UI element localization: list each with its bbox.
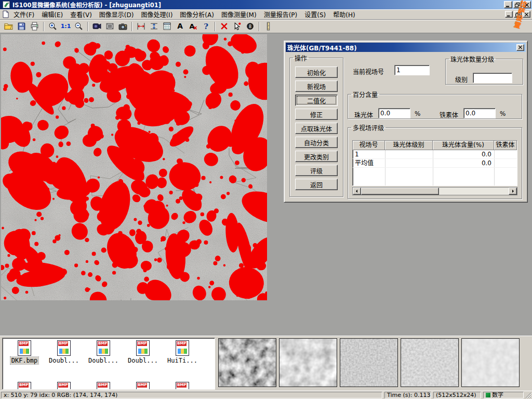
thumbnail-5[interactable]: [461, 338, 520, 387]
file-name: Doubl...: [48, 357, 80, 364]
cell-field: 平均值: [353, 159, 385, 167]
open-folder-icon: [4, 22, 13, 31]
menu-image-analysis[interactable]: 图像分析(A): [176, 9, 218, 20]
cell-content: 0.0: [433, 159, 494, 167]
rate-button[interactable]: 评级: [295, 165, 338, 176]
toolbar-separator: [215, 22, 216, 31]
svg-text:?: ?: [204, 22, 208, 31]
operation-group-label: 操作: [293, 54, 309, 62]
floppy-icon: [17, 22, 26, 31]
film-button[interactable]: [103, 21, 116, 32]
file-item-partial[interactable]: BMP: [123, 382, 163, 390]
thumbnail-3[interactable]: [340, 338, 398, 387]
application-window: IS100显微摄像系统(金相分析版) - [zhuguangti01] 拉萨设置…: [0, 0, 532, 399]
file-item-partial[interactable]: BMP: [163, 382, 202, 390]
new-field-button[interactable]: 新视场: [295, 81, 338, 92]
table-row[interactable]: 平均值 0.0: [353, 159, 517, 168]
menu-report[interactable]: 测量报告(P): [260, 9, 301, 20]
grade-input[interactable]: [473, 73, 512, 83]
zoom-in-button[interactable]: [46, 21, 59, 32]
menu-help[interactable]: 帮助(H): [329, 9, 358, 20]
zoom-out-button[interactable]: [72, 21, 85, 32]
change-class-button[interactable]: 更改类别: [295, 151, 338, 162]
menu-image-display[interactable]: 图像显示(D): [96, 9, 138, 20]
grid-icon: [163, 22, 171, 31]
menu-image-measure[interactable]: 图像测量(M): [218, 9, 260, 20]
pearlite-input[interactable]: [378, 108, 410, 118]
minimize-button[interactable]: [504, 1, 512, 8]
open-button[interactable]: [2, 21, 15, 32]
document-icon: [2, 10, 9, 18]
correct-button[interactable]: 修正: [295, 109, 338, 120]
menu-view[interactable]: 查看(V): [66, 9, 96, 20]
count-button[interactable]: 8: [244, 21, 257, 32]
dialog-title: 珠光体(GB/T9441-88): [287, 43, 357, 52]
actual-size-button[interactable]: 1:1: [59, 21, 72, 32]
ferrite-input[interactable]: [463, 108, 496, 118]
column-header-field[interactable]: 视场号: [353, 141, 385, 150]
menu-edit[interactable]: 编辑(E): [38, 9, 66, 20]
init-button[interactable]: 初始化: [295, 66, 338, 78]
menu-file[interactable]: 文件(F): [10, 9, 38, 20]
current-view-input[interactable]: [394, 65, 430, 75]
pick-pearlite-button[interactable]: 点取珠光体: [295, 123, 338, 134]
scrollbar-thumb[interactable]: [361, 188, 439, 195]
file-item-doubl-3[interactable]: BMP Doubl...: [123, 340, 163, 364]
binarize-button[interactable]: 二值化: [295, 95, 338, 106]
file-item-partial[interactable]: BMP: [44, 382, 84, 390]
bmp-art: [178, 349, 187, 354]
bmp-art: [59, 349, 69, 354]
file-name: HuiTi...: [166, 357, 198, 364]
thumbnail-4[interactable]: [401, 338, 459, 387]
camera-button[interactable]: [116, 21, 129, 32]
column-header-grade[interactable]: 珠光体级别: [385, 141, 433, 150]
scrollbar-track[interactable]: [439, 188, 509, 195]
mdi-minimize-button[interactable]: [505, 11, 513, 18]
file-item-huiti[interactable]: BMP HuiTi...: [163, 340, 202, 364]
scroll-right-button[interactable]: [509, 188, 517, 195]
dialog-close-button[interactable]: [516, 44, 524, 51]
measure-horizontal-button[interactable]: [135, 21, 148, 32]
file-item-partial[interactable]: BMP: [5, 382, 44, 390]
status-mode-panel: 数字: [483, 392, 524, 398]
measure-vertical-button[interactable]: [148, 21, 161, 32]
titlebar[interactable]: IS100显微摄像系统(金相分析版) - [zhuguangti01]: [0, 0, 532, 9]
bmp-art: [99, 349, 108, 354]
column-header-ferrite[interactable]: 铁素体: [494, 141, 517, 150]
dialog-titlebar[interactable]: 珠光体(GB/T9441-88): [286, 43, 526, 52]
auto-classify-button[interactable]: 自动分类: [295, 137, 338, 148]
resize-grip[interactable]: [525, 392, 531, 398]
table-row[interactable]: 1 0.0: [353, 150, 517, 159]
ruler-button[interactable]: [262, 21, 275, 32]
menu-settings[interactable]: 设置(S): [301, 9, 329, 20]
bmp-file-icon: BMP: [57, 340, 71, 356]
scroll-left-button[interactable]: [353, 188, 361, 195]
table-horizontal-scrollbar[interactable]: [352, 187, 517, 195]
menu-image-process[interactable]: 图像处理(I): [137, 9, 176, 20]
delete-text-button[interactable]: A: [187, 21, 200, 32]
return-button[interactable]: 返回: [295, 179, 338, 190]
file-item-dkf[interactable]: BMP DKF.bmp: [5, 340, 44, 364]
pointer-button[interactable]: [231, 21, 244, 32]
file-item-doubl-1[interactable]: BMP Doubl...: [44, 340, 84, 364]
status-mode: 数字: [492, 392, 503, 398]
bmp-tag: BMP: [177, 383, 187, 388]
save-button[interactable]: [15, 21, 28, 32]
thumbnail-1[interactable]: [218, 338, 276, 387]
file-item-doubl-2[interactable]: BMP Doubl...: [84, 340, 123, 364]
scroll-right-icon: [511, 189, 515, 193]
video-capture-button[interactable]: [90, 21, 103, 32]
annotate-text-button[interactable]: A: [174, 21, 187, 32]
help-button[interactable]: ?: [200, 21, 212, 32]
bmp-tag: BMP: [137, 341, 147, 346]
print-button[interactable]: [28, 21, 41, 32]
ferrite-label: 铁素体: [440, 110, 458, 119]
column-header-content[interactable]: 珠光体含量(%): [433, 141, 494, 150]
metallograph-image[interactable]: [1, 34, 267, 300]
digital-indicator-icon: [486, 393, 490, 397]
delete-measure-button[interactable]: [218, 21, 231, 32]
video-camera-icon: [92, 22, 101, 31]
grid-button[interactable]: [161, 21, 174, 32]
file-item-partial[interactable]: BMP: [84, 382, 123, 390]
thumbnail-2[interactable]: [279, 338, 337, 387]
